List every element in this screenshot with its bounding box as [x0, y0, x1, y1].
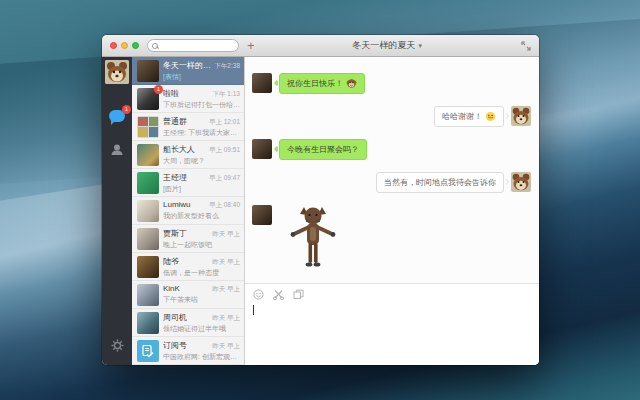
avatar	[137, 284, 159, 306]
nav-rail: 1	[102, 57, 132, 365]
chat-list-item[interactable]: 船长大人 早上 09:51 大周，图呢？	[132, 141, 244, 169]
chat-preview: 低调，是一种态度	[163, 268, 240, 278]
chat-list-item[interactable]: 陆爷 昨天 早上 低调，是一种态度	[132, 253, 244, 281]
chat-preview: 下午茶来啦	[163, 295, 240, 305]
add-button[interactable]: +	[247, 39, 255, 52]
chat-time: 早上 09:47	[209, 174, 240, 183]
chat-time: 下午 1:13	[213, 90, 240, 99]
chat-time: 昨天 早上	[212, 342, 240, 351]
traffic-lights	[110, 42, 139, 49]
conversation-title-text: 冬天一样的夏天	[352, 40, 415, 50]
conversation-title[interactable]: 冬天一样的夏天▼	[255, 39, 521, 52]
nav-settings[interactable]	[111, 338, 124, 356]
chat-time: 早上 09:51	[209, 146, 240, 155]
chat-name: 贾斯丁	[163, 228, 209, 239]
dancing-animal-sticker[interactable]	[287, 203, 339, 269]
message-input-area[interactable]	[245, 283, 539, 365]
avatar	[137, 256, 159, 278]
chat-preview: 大周，图呢？	[163, 156, 240, 166]
group-avatar	[137, 116, 159, 138]
chat-preview: [图片]	[163, 184, 240, 194]
chat-list-item[interactable]: 贾斯丁 昨天 早上 晚上一起吃饭吧	[132, 225, 244, 253]
message-bubble: 今晚有生日聚会吗？	[279, 139, 367, 160]
conversation-pane: 祝你生日快乐！ 哈哈谢谢！	[245, 57, 539, 365]
avatar: 1	[137, 88, 159, 110]
message-text: 当然有，时间地点我待会告诉你	[384, 177, 496, 188]
text-cursor	[253, 305, 254, 315]
subscription-icon	[141, 344, 155, 358]
chat-time: 早上 12:01	[209, 118, 240, 127]
nav-chats[interactable]: 1	[109, 110, 125, 122]
chat-list-item[interactable]: 王经理 早上 09:47 [图片]	[132, 169, 244, 197]
chat-name: 啦啦	[163, 88, 210, 99]
chat-preview: 领结婚证得过半年哦	[163, 324, 240, 334]
fullscreen-icon[interactable]	[521, 41, 531, 51]
chat-name: 普通群	[163, 116, 206, 127]
nav-contacts[interactable]	[110, 142, 124, 160]
self-avatar[interactable]	[511, 172, 531, 192]
unread-badge: 1	[122, 105, 131, 114]
message-incoming: 祝你生日快乐！	[252, 73, 531, 94]
message-incoming: 今晚有生日聚会吗？	[252, 139, 531, 160]
search-box[interactable]	[147, 39, 239, 52]
zoom-button[interactable]	[132, 42, 139, 49]
avatar	[137, 60, 159, 82]
message-text: 哈哈谢谢！	[442, 111, 482, 122]
contact-avatar[interactable]	[252, 139, 272, 159]
chat-preview: 中国政府网: 创新宏观调控: 中…	[163, 352, 240, 362]
user-avatar[interactable]	[105, 60, 129, 84]
chat-name: 冬天一样的夏天	[163, 60, 211, 71]
chat-list-item[interactable]: KinK 昨天 早上 下午茶来啦	[132, 281, 244, 309]
chat-list-item-subscriptions[interactable]: 订阅号 昨天 早上 中国政府网: 创新宏观调控: 中…	[132, 337, 244, 365]
self-avatar[interactable]	[511, 106, 531, 126]
message-bubble: 哈哈谢谢！	[434, 106, 504, 127]
screenshot-scissors-icon[interactable]	[273, 289, 284, 300]
avatar	[137, 200, 159, 222]
chat-name: 王经理	[163, 172, 206, 183]
message-bubble: 祝你生日快乐！	[279, 73, 365, 94]
monkey-emoji-icon	[346, 78, 357, 89]
chat-list-item[interactable]: 冬天一样的夏天 下午2:38 [表情]	[132, 57, 244, 85]
avatar	[137, 228, 159, 250]
message-text: 今晚有生日聚会吗？	[287, 144, 359, 155]
contact-avatar[interactable]	[252, 205, 272, 225]
search-input[interactable]	[158, 40, 228, 51]
chat-time: 早上 08:40	[209, 201, 240, 210]
chat-time: 下午2:38	[214, 62, 240, 71]
send-file-icon[interactable]	[293, 289, 304, 300]
message-text: 祝你生日快乐！	[287, 78, 343, 89]
chat-time: 昨天 早上	[212, 258, 240, 267]
chat-list-item[interactable]: Lumiwu 早上 08:40 我的新发型好看么	[132, 197, 244, 225]
chat-list-item[interactable]: 1 啦啦 下午 1:13 下班后记得打包一份给我呢	[132, 85, 244, 113]
chat-preview: 我的新发型好看么	[163, 211, 240, 221]
chat-preview: [表情]	[163, 72, 240, 82]
wechat-window: + 冬天一样的夏天▼ 1	[102, 35, 539, 365]
message-outgoing: 哈哈谢谢！	[252, 106, 531, 127]
chat-time: 昨天 早上	[212, 285, 240, 294]
search-icon	[152, 43, 158, 49]
emoji-picker-icon[interactable]	[253, 289, 264, 300]
message-bubble: 当然有，时间地点我待会告诉你	[376, 172, 504, 193]
avatar	[137, 172, 159, 194]
chat-name: 船长大人	[163, 144, 206, 155]
gear-icon	[111, 339, 124, 352]
chat-preview: 晚上一起吃饭吧	[163, 240, 240, 250]
chat-time: 昨天 早上	[212, 230, 240, 239]
close-button[interactable]	[110, 42, 117, 49]
chat-name: 周司机	[163, 312, 209, 323]
minimize-button[interactable]	[121, 42, 128, 49]
message-outgoing: 当然有，时间地点我待会告诉你	[252, 172, 531, 193]
chat-list-item[interactable]: 周司机 昨天 早上 领结婚证得过半年哦	[132, 309, 244, 337]
chat-list-item[interactable]: 普通群 早上 12:01 王经理: 下班我请大家吃饭	[132, 113, 244, 141]
avatar	[137, 312, 159, 334]
message-incoming-sticker	[252, 205, 531, 269]
chevron-down-icon: ▼	[417, 43, 423, 49]
contact-avatar[interactable]	[252, 73, 272, 93]
subscriptions-avatar	[137, 340, 159, 362]
avatar	[137, 144, 159, 166]
message-history: 祝你生日快乐！ 哈哈谢谢！	[245, 57, 539, 283]
chat-name: 陆爷	[163, 256, 209, 267]
chat-list: 冬天一样的夏天 下午2:38 [表情] 1 啦啦 下午 1:13 下班后记得打包…	[132, 57, 245, 365]
chat-preview: 下班后记得打包一份给我呢	[163, 100, 240, 110]
chat-name: 订阅号	[163, 340, 209, 351]
